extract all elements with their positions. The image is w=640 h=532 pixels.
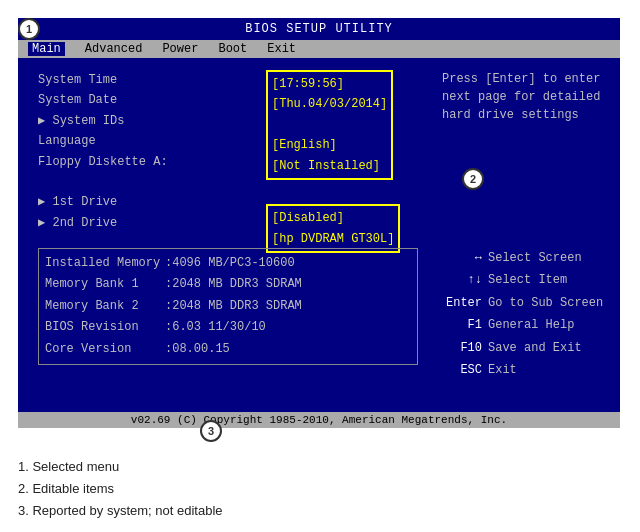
spacer-val-2 bbox=[266, 184, 456, 204]
bios-screen: BIOS SETUP UTILITY Main Advanced Power B… bbox=[18, 18, 620, 428]
bios-menubar[interactable]: Main Advanced Power Boot Exit bbox=[18, 40, 620, 58]
sysinfo-row-bank2: Memory Bank 2 :2048 MB DDR3 SDRAM bbox=[45, 296, 411, 316]
callout-2: 2 bbox=[462, 168, 484, 190]
value-system-date[interactable]: [Thu.04/03/2014] bbox=[272, 94, 387, 114]
sysinfo-row-bios: BIOS Revision :6.03 11/30/10 bbox=[45, 317, 411, 337]
label-system-date: System Date bbox=[38, 90, 238, 110]
value-bios-revision: :6.03 11/30/10 bbox=[165, 317, 266, 337]
key-arrows-ud: ↑↓ bbox=[442, 270, 482, 290]
navkey-f1: F1 General Help bbox=[442, 315, 612, 335]
page-container: 1 2 3 BIOS SETUP UTILITY Main Advanced P… bbox=[0, 0, 640, 532]
navkey-label-f10: Save and Exit bbox=[488, 338, 582, 358]
value-installed-memory: :4096 MB/PC3-10600 bbox=[165, 253, 295, 273]
navkeys-section: ↔ Select Screen ↑↓ Select Item Enter Go … bbox=[442, 248, 612, 382]
footer-line3: 3. Reported by system; not editable bbox=[18, 500, 223, 522]
value-bank1: :2048 MB DDR3 SDRAM bbox=[165, 274, 302, 294]
help-text: Press [Enter] to enternext page for deta… bbox=[442, 70, 612, 124]
value-2nd-drive[interactable]: [hp DVDRAM GT30L] bbox=[272, 229, 394, 249]
menu-exit[interactable]: Exit bbox=[267, 42, 296, 56]
navkey-label-select-screen: Select Screen bbox=[488, 248, 582, 268]
navkey-esc: ESC Exit bbox=[442, 360, 612, 380]
navkey-label-enter: Go to Sub Screen bbox=[488, 293, 603, 313]
key-enter: Enter bbox=[442, 293, 482, 313]
menu-power[interactable]: Power bbox=[162, 42, 198, 56]
key-arrows-lr: ↔ bbox=[442, 248, 482, 268]
navkey-label-esc: Exit bbox=[488, 360, 517, 380]
value-language[interactable]: [English] bbox=[272, 135, 387, 155]
center-column: [17:59:56] [Thu.04/03/2014] [English] [N… bbox=[266, 70, 456, 253]
label-system-time: System Time bbox=[38, 70, 238, 90]
label-language: Language bbox=[38, 131, 238, 151]
spacer-val-1 bbox=[272, 115, 387, 135]
spacer-1 bbox=[38, 172, 238, 192]
callout-3: 3 bbox=[200, 420, 222, 442]
menu-advanced[interactable]: Advanced bbox=[85, 42, 143, 56]
navkey-label-f1: General Help bbox=[488, 315, 574, 335]
navkey-label-select-item: Select Item bbox=[488, 270, 567, 290]
navkey-select-item: ↑↓ Select Item bbox=[442, 270, 612, 290]
key-f10: F10 bbox=[442, 338, 482, 358]
label-bios-revision: BIOS Revision bbox=[45, 317, 165, 337]
footer-labels: 1. Selected menu 2. Editable items 3. Re… bbox=[18, 456, 223, 522]
value-core-version: :08.00.15 bbox=[165, 339, 230, 359]
value-1st-drive[interactable]: [Disabled] bbox=[272, 208, 394, 228]
right-column-help: Press [Enter] to enternext page for deta… bbox=[442, 70, 612, 124]
key-f1: F1 bbox=[442, 315, 482, 335]
sysinfo-row-memory: Installed Memory :4096 MB/PC3-10600 bbox=[45, 253, 411, 273]
sysinfo-row-bank1: Memory Bank 1 :2048 MB DDR3 SDRAM bbox=[45, 274, 411, 294]
label-bank2: Memory Bank 2 bbox=[45, 296, 165, 316]
left-column: System Time System Date ▶ System IDs Lan… bbox=[38, 70, 238, 233]
label-bank1: Memory Bank 1 bbox=[45, 274, 165, 294]
editable-values-box: [17:59:56] [Thu.04/03/2014] [English] [N… bbox=[266, 70, 393, 180]
statusbar-text: v02.69 (C) Copyright 1985-2010, American… bbox=[131, 414, 507, 426]
label-core-version: Core Version bbox=[45, 339, 165, 359]
label-floppy: Floppy Diskette A: bbox=[38, 152, 238, 172]
key-esc: ESC bbox=[442, 360, 482, 380]
label-2nd-drive: ▶ 2nd Drive bbox=[38, 213, 238, 233]
label-system-ids: ▶ System IDs bbox=[38, 111, 238, 131]
value-floppy[interactable]: [Not Installed] bbox=[272, 156, 387, 176]
footer-line1: 1. Selected menu bbox=[18, 456, 223, 478]
value-bank2: :2048 MB DDR3 SDRAM bbox=[165, 296, 302, 316]
menu-main[interactable]: Main bbox=[28, 42, 65, 56]
label-installed-memory: Installed Memory bbox=[45, 253, 165, 273]
value-system-time[interactable]: [17:59:56] bbox=[272, 74, 387, 94]
sysinfo-row-core: Core Version :08.00.15 bbox=[45, 339, 411, 359]
navkey-enter: Enter Go to Sub Screen bbox=[442, 293, 612, 313]
bios-title-text: BIOS SETUP UTILITY bbox=[245, 22, 393, 36]
label-1st-drive: ▶ 1st Drive bbox=[38, 192, 238, 212]
callout-1: 1 bbox=[18, 18, 40, 40]
bios-statusbar: v02.69 (C) Copyright 1985-2010, American… bbox=[18, 412, 620, 428]
sysinfo-section: Installed Memory :4096 MB/PC3-10600 Memo… bbox=[38, 248, 418, 365]
drive-values-box: [Disabled] [hp DVDRAM GT30L] bbox=[266, 204, 400, 253]
navkey-select-screen: ↔ Select Screen bbox=[442, 248, 612, 268]
navkey-f10: F10 Save and Exit bbox=[442, 338, 612, 358]
footer-line2: 2. Editable items bbox=[18, 478, 223, 500]
bios-title: BIOS SETUP UTILITY bbox=[18, 18, 620, 40]
menu-boot[interactable]: Boot bbox=[218, 42, 247, 56]
